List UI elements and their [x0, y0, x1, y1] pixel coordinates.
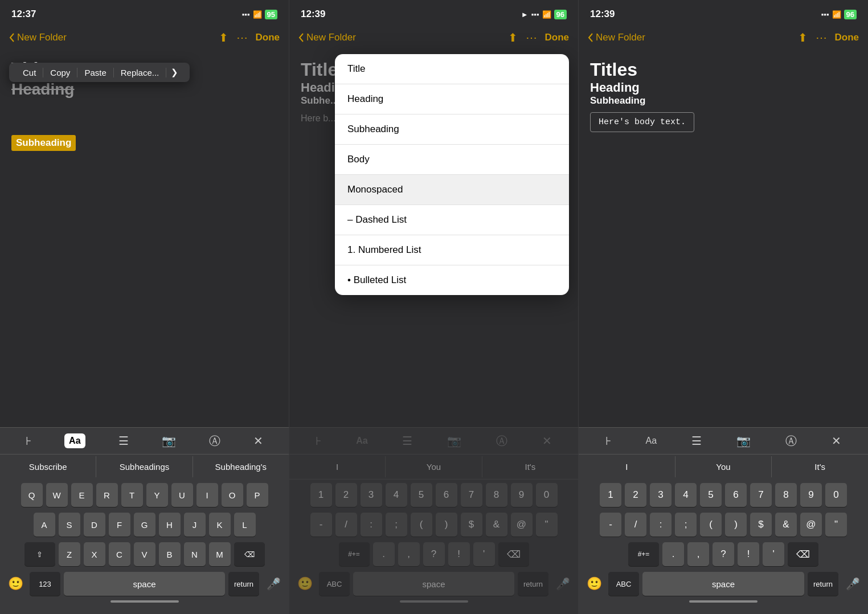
autocomplete-3-2[interactable]: It's	[772, 456, 868, 477]
k3-amp[interactable]: &	[775, 513, 797, 537]
key-a[interactable]: A	[34, 513, 55, 537]
key-q[interactable]: Q	[21, 483, 43, 507]
done-button-3[interactable]: Done	[835, 32, 859, 43]
list-icon-1[interactable]: ☰	[118, 434, 129, 448]
key-backspace[interactable]: ⌫	[234, 542, 265, 566]
key-w[interactable]: W	[46, 483, 68, 507]
k3-5[interactable]: 5	[700, 483, 722, 507]
k3-6[interactable]: 6	[725, 483, 747, 507]
k3-abc[interactable]: ABC	[608, 572, 639, 596]
close-icon-1[interactable]: ✕	[253, 434, 263, 448]
share-icon-3[interactable]: ⬆	[798, 31, 808, 44]
circle-a-icon-1[interactable]: Ⓐ	[209, 433, 220, 449]
done-button-2[interactable]: Done	[545, 32, 570, 43]
format-aa-3[interactable]: Aa	[646, 436, 657, 446]
k3-2[interactable]: 2	[625, 483, 646, 507]
key-i[interactable]: I	[196, 483, 218, 507]
autocomplete-3-0[interactable]: I	[579, 456, 675, 477]
k3-apos[interactable]: '	[763, 542, 784, 566]
context-more[interactable]: ❯	[166, 67, 183, 77]
key-l[interactable]: L	[234, 513, 256, 537]
k3-3[interactable]: 3	[650, 483, 672, 507]
dropdown-numbered-list[interactable]: 1. Numbered List	[335, 235, 569, 265]
key-o[interactable]: O	[222, 483, 243, 507]
k3-7[interactable]: 7	[750, 483, 772, 507]
more-icon-1[interactable]: ⋯	[236, 31, 248, 44]
key-f[interactable]: F	[109, 513, 130, 537]
key-123[interactable]: 123	[30, 572, 60, 596]
key-z[interactable]: Z	[59, 542, 80, 566]
context-cut[interactable]: Cut	[16, 68, 43, 77]
emoji-icon-1[interactable]: 🙂	[5, 572, 26, 596]
autocomplete-item-0[interactable]: Subscribe	[0, 456, 96, 477]
back-button-3[interactable]: New Folder	[588, 32, 645, 43]
key-j[interactable]: J	[184, 513, 206, 537]
k3-space[interactable]: space	[642, 572, 804, 596]
key-c[interactable]: C	[109, 542, 130, 566]
table-icon-3[interactable]: ⊦	[605, 434, 611, 448]
done-button-1[interactable]: Done	[256, 32, 280, 43]
key-return[interactable]: return	[228, 572, 259, 596]
more-icon-2[interactable]: ⋯	[526, 31, 537, 44]
mic-icon-1[interactable]: 🎤	[263, 572, 284, 596]
key-s[interactable]: S	[59, 513, 80, 537]
key-b[interactable]: B	[159, 542, 181, 566]
close-icon-3[interactable]: ✕	[832, 434, 841, 448]
emoji-icon-3[interactable]: 🙂	[583, 572, 605, 596]
dropdown-monospaced[interactable]: Monospaced	[335, 175, 569, 205]
dropdown-heading[interactable]: Heading	[335, 84, 569, 114]
key-d[interactable]: D	[84, 513, 105, 537]
dropdown-dashed-list[interactable]: – Dashed List	[335, 205, 569, 235]
k3-slash[interactable]: /	[625, 513, 646, 537]
format-aa-1[interactable]: Aa	[64, 433, 85, 448]
share-icon-2[interactable]: ⬆	[508, 31, 518, 44]
key-shift[interactable]: ⇧	[24, 542, 55, 566]
key-h[interactable]: H	[159, 513, 181, 537]
key-m[interactable]: M	[209, 542, 231, 566]
k3-9[interactable]: 9	[800, 483, 822, 507]
dropdown-title[interactable]: Title	[335, 54, 569, 84]
k3-semi[interactable]: ;	[675, 513, 697, 537]
k3-return[interactable]: return	[808, 572, 838, 596]
list-icon-3[interactable]: ☰	[691, 434, 702, 448]
key-t[interactable]: T	[121, 483, 143, 507]
autocomplete-3-1[interactable]: You	[675, 456, 772, 477]
table-icon-1[interactable]: ⊦	[26, 434, 31, 448]
k3-dollar[interactable]: $	[750, 513, 772, 537]
k3-1[interactable]: 1	[600, 483, 621, 507]
k3-at[interactable]: @	[800, 513, 822, 537]
key-v[interactable]: V	[134, 542, 155, 566]
share-icon-1[interactable]: ⬆	[219, 31, 228, 44]
camera-icon-1[interactable]: 📷	[162, 434, 176, 448]
dropdown-bulleted-list[interactable]: • Bulleted List	[335, 265, 569, 295]
back-button-2[interactable]: New Folder	[298, 32, 356, 43]
mic-icon-3[interactable]: 🎤	[842, 572, 863, 596]
dropdown-subheading[interactable]: Subheading	[335, 114, 569, 145]
circle-a-icon-3[interactable]: Ⓐ	[785, 433, 797, 449]
k3-cparen[interactable]: )	[725, 513, 747, 537]
k3-0[interactable]: 0	[825, 483, 847, 507]
k3-bksp[interactable]: ⌫	[788, 542, 818, 566]
more-icon-3[interactable]: ⋯	[816, 31, 827, 44]
key-r[interactable]: R	[96, 483, 118, 507]
k3-4[interactable]: 4	[675, 483, 697, 507]
k3-question[interactable]: ?	[713, 542, 734, 566]
key-x[interactable]: X	[84, 542, 105, 566]
k3-quote[interactable]: "	[825, 513, 847, 537]
key-n[interactable]: N	[184, 542, 206, 566]
key-u[interactable]: U	[171, 483, 193, 507]
k3-8[interactable]: 8	[775, 483, 797, 507]
key-p[interactable]: P	[247, 483, 268, 507]
k3-exclaim[interactable]: !	[738, 542, 759, 566]
camera-icon-3[interactable]: 📷	[736, 434, 751, 448]
autocomplete-item-1[interactable]: Subheadings	[96, 456, 193, 477]
key-g[interactable]: G	[134, 513, 155, 537]
k3-colon[interactable]: :	[650, 513, 672, 537]
context-replace[interactable]: Replace...	[114, 68, 167, 77]
k3-hash[interactable]: #+=	[628, 542, 659, 566]
k3-comma[interactable]: ,	[687, 542, 709, 566]
context-copy[interactable]: Copy	[43, 68, 77, 77]
dropdown-body[interactable]: Body	[335, 145, 569, 175]
k3-period[interactable]: .	[662, 542, 684, 566]
key-space[interactable]: space	[64, 572, 225, 596]
